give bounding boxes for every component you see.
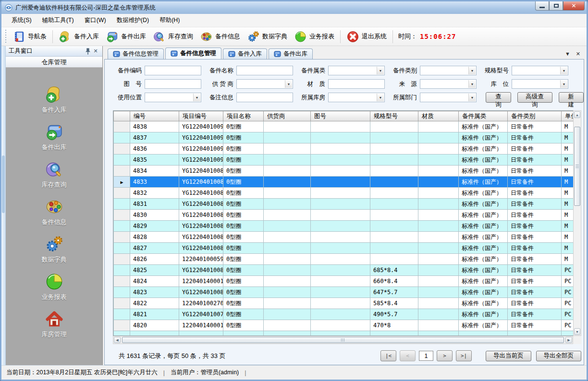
use-position-select[interactable]: ▼ xyxy=(145,93,201,102)
table-cell[interactable] xyxy=(370,243,418,254)
table-cell[interactable]: 标准件（国产） xyxy=(459,188,508,199)
column-header[interactable]: 供货商 xyxy=(264,111,311,121)
table-cell[interactable]: 标准件（国产） xyxy=(459,143,508,155)
toolbar-data-dict-button[interactable]: 数据字典 xyxy=(244,29,291,45)
material-input[interactable] xyxy=(328,79,385,89)
toolbar-exit-button[interactable]: 退出系统 xyxy=(343,29,390,45)
sidebar-scrollbar[interactable] xyxy=(1,46,6,365)
table-cell[interactable] xyxy=(264,243,311,254)
table-cell[interactable] xyxy=(311,188,370,199)
table-cell[interactable]: 标准件（国产） xyxy=(459,243,508,254)
table-cell[interactable]: 0型圈 xyxy=(223,265,264,276)
table-cell[interactable] xyxy=(508,331,562,336)
row-selector-cell[interactable] xyxy=(114,166,130,177)
table-cell[interactable]: 585*8.4 xyxy=(370,298,418,309)
table-cell[interactable]: 0型圈 xyxy=(223,132,264,143)
table-cell[interactable] xyxy=(264,166,311,177)
table-cell[interactable] xyxy=(370,199,418,210)
column-header[interactable]: 项目名称 xyxy=(223,111,264,121)
sidebar-scrollbar-thumb[interactable] xyxy=(2,155,5,213)
table-row[interactable]: 4825YG122040100810型圈685*8.4标准件（国产）日常备件PC xyxy=(114,265,574,276)
table-cell[interactable] xyxy=(370,177,418,188)
row-selector-cell[interactable] xyxy=(114,132,130,143)
table-cell[interactable] xyxy=(264,287,311,298)
table-cell[interactable]: 标准件（国产） xyxy=(459,155,508,166)
table-row[interactable]: 482012204014000130型圈470*8标准件（国产）日常备件PC xyxy=(114,320,574,331)
table-cell[interactable]: M xyxy=(562,254,574,265)
sidebar-group-header[interactable]: 仓库管理 xyxy=(6,57,102,68)
table-cell[interactable]: 日常备件 xyxy=(508,221,562,232)
location-select[interactable]: ▼ xyxy=(512,79,568,89)
table-cell[interactable]: YG12204010085 xyxy=(179,210,223,221)
sidebar-item-report[interactable]: 业务报表 xyxy=(42,272,67,301)
table-cell[interactable]: 日常备件 xyxy=(508,276,562,287)
table-cell[interactable]: YG12204010090 xyxy=(179,155,223,166)
table-cell[interactable] xyxy=(311,232,370,243)
table-cell[interactable] xyxy=(264,298,311,309)
row-selector-cell[interactable] xyxy=(114,199,130,210)
table-cell[interactable]: 日常备件 xyxy=(508,143,562,155)
table-cell[interactable]: 0型圈 xyxy=(223,155,264,166)
table-cell[interactable] xyxy=(370,132,418,143)
toolbar-nav-bar-button[interactable]: 导航条 xyxy=(9,29,50,45)
table-cell[interactable]: 4830 xyxy=(130,210,179,221)
first-page-button[interactable]: |< xyxy=(380,350,396,361)
table-cell[interactable]: 标准件（国产） xyxy=(459,210,508,221)
toolbar-inventory-query-button[interactable]: 库存查询 xyxy=(149,29,196,45)
table-cell[interactable] xyxy=(179,331,223,336)
table-cell[interactable]: 标准件（国产） xyxy=(459,276,508,287)
table-cell[interactable]: 4826 xyxy=(130,254,179,265)
table-cell[interactable] xyxy=(370,188,418,199)
table-cell[interactable] xyxy=(418,210,459,221)
table-cell[interactable]: 1220401000599 xyxy=(179,254,223,265)
table-cell[interactable]: 4837 xyxy=(130,132,179,143)
table-row[interactable]: 4832YG122040100870型圈标准件（国产）日常备件M xyxy=(114,188,574,199)
table-cell[interactable] xyxy=(418,188,459,199)
table-cell[interactable] xyxy=(311,287,370,298)
row-selector-cell[interactable] xyxy=(114,243,130,254)
table-row[interactable]: 4834YG122040100890型圈标准件（国产）日常备件M xyxy=(114,166,574,177)
table-cell[interactable] xyxy=(311,166,370,177)
remark-input[interactable] xyxy=(236,93,293,102)
table-cell[interactable] xyxy=(418,254,459,265)
row-selector-cell[interactable] xyxy=(114,121,130,132)
row-selector-cell[interactable]: ▶ xyxy=(114,177,130,188)
table-cell[interactable]: 标准件（国产） xyxy=(459,254,508,265)
table-cell[interactable]: 490*5.7 xyxy=(370,309,418,320)
table-cell[interactable]: 4838 xyxy=(130,121,179,132)
table-cell[interactable] xyxy=(418,309,459,320)
drawing-no-input[interactable] xyxy=(145,79,201,89)
table-row[interactable]: 4836YG122040100910型圈标准件（国产）日常备件M xyxy=(114,143,574,155)
table-cell[interactable]: 日常备件 xyxy=(508,309,562,320)
table-cell[interactable]: YG12204010079 xyxy=(179,309,223,320)
row-selector-cell[interactable] xyxy=(114,143,130,155)
table-cell[interactable] xyxy=(130,331,179,336)
table-cell[interactable]: 4820 xyxy=(130,320,179,331)
table-cell[interactable] xyxy=(418,298,459,309)
spare-name-input[interactable] xyxy=(236,66,293,75)
table-cell[interactable] xyxy=(311,143,370,155)
table-cell[interactable]: 0型圈 xyxy=(223,254,264,265)
table-cell[interactable]: 标准件（国产） xyxy=(459,132,508,143)
table-cell[interactable] xyxy=(311,121,370,132)
column-header[interactable]: 备件类别 xyxy=(508,111,562,121)
table-cell[interactable]: YG12204010084 xyxy=(179,221,223,232)
table-cell[interactable] xyxy=(370,155,418,166)
table-cell[interactable] xyxy=(264,221,311,232)
table-cell[interactable]: YG12204010089 xyxy=(179,166,223,177)
row-selector-cell[interactable] xyxy=(114,298,130,309)
table-cell[interactable]: M xyxy=(562,221,574,232)
table-cell[interactable]: PC xyxy=(562,320,574,331)
table-row[interactable]: 4821YG122040100790型圈490*5.7标准件（国产）日常备件PC xyxy=(114,309,574,320)
table-cell[interactable] xyxy=(264,210,311,221)
table-cell[interactable] xyxy=(264,309,311,320)
table-cell[interactable] xyxy=(562,331,574,336)
column-header[interactable]: 规格型号 xyxy=(370,111,418,121)
table-cell[interactable]: YG12204010092 xyxy=(179,132,223,143)
source-select[interactable]: ▼ xyxy=(420,79,477,89)
table-cell[interactable] xyxy=(459,331,508,336)
table-cell[interactable]: 4825 xyxy=(130,265,179,276)
table-cell[interactable]: 1220401400013 xyxy=(179,320,223,331)
table-cell[interactable]: 标准件（国产） xyxy=(459,309,508,320)
table-cell[interactable] xyxy=(370,232,418,243)
